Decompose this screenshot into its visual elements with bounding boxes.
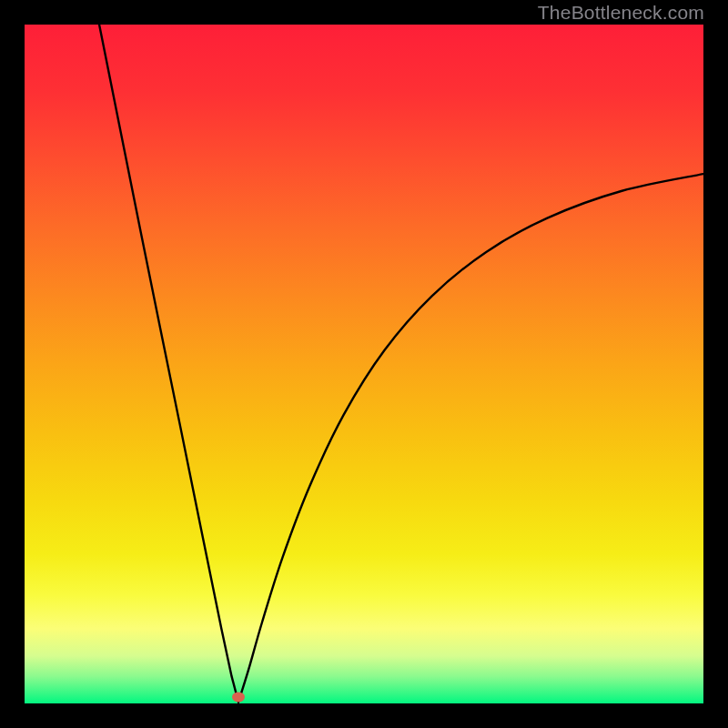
plot-area — [25, 25, 703, 703]
watermark-text: TheBottleneck.com — [538, 2, 704, 24]
minimum-marker — [232, 693, 245, 703]
bottleneck-curve — [25, 25, 703, 703]
chart-frame: TheBottleneck.com — [0, 0, 728, 728]
